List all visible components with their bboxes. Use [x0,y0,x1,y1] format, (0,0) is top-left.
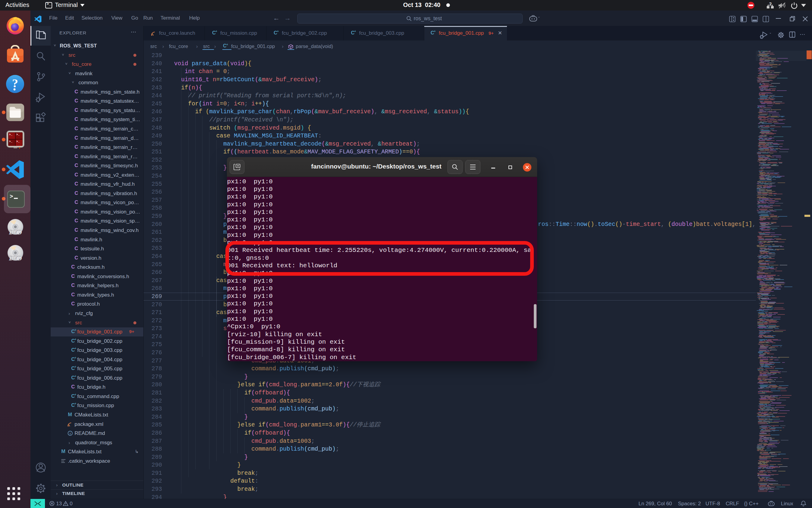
svg-text:?: ? [12,76,18,90]
svg-text:DVD: DVD [9,255,22,261]
svg-text:>: > [10,193,13,200]
svg-text:>_: >_ [9,133,12,136]
svg-text:i: i [70,432,70,435]
svg-text:>_: >_ [16,133,19,136]
svg-text:?: ? [769,2,772,6]
svg-text:>_: >_ [16,140,19,143]
svg-text:DVD: DVD [9,229,22,236]
svg-text:>_: >_ [9,140,12,143]
